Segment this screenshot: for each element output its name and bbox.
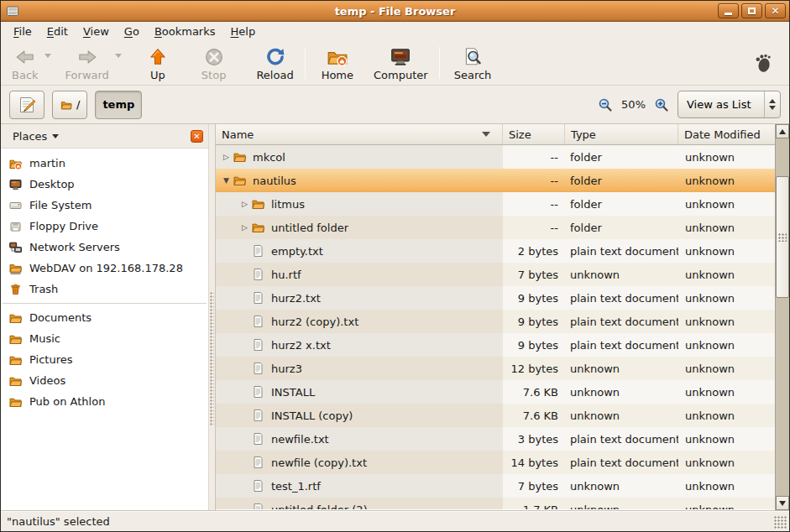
text-file-icon xyxy=(251,432,266,446)
minimize-button[interactable] xyxy=(718,3,739,18)
scrollbar-thumb[interactable] xyxy=(776,176,789,298)
gnome-throbber-icon xyxy=(752,52,774,74)
cell-size: 14 bytes xyxy=(503,451,565,474)
forward-history-dropdown-icon[interactable] xyxy=(115,54,122,58)
sidebar-item-label: Pub on Athlon xyxy=(29,395,105,408)
menu-view[interactable]: View xyxy=(76,23,117,39)
zoom-in-button[interactable] xyxy=(654,97,669,112)
table-row[interactable]: hurz2 (copy).txt9 bytesplain text docume… xyxy=(216,310,775,333)
main-area: Places ✕ martinDesktopFile SystemFloppy … xyxy=(1,124,789,510)
cell-name: untitled folder (2) xyxy=(216,498,503,509)
table-row[interactable]: empty.txt2 bytesplain text documentunkno… xyxy=(216,239,775,263)
table-row[interactable]: ▷litmus--folderunknown xyxy=(216,192,775,216)
menu-edit[interactable]: Edit xyxy=(39,23,76,39)
vertical-scrollbar[interactable] xyxy=(775,124,789,510)
places-menu-button[interactable]: Places xyxy=(8,128,64,145)
table-row[interactable]: ▷mkcol--folderunknown xyxy=(216,145,775,169)
text-file-icon xyxy=(251,479,266,493)
text-file-icon xyxy=(251,503,266,509)
sidebar-item-music[interactable]: Music xyxy=(1,328,208,349)
cell-type: unknown xyxy=(565,380,678,404)
forward-button[interactable]: Forward xyxy=(60,43,115,82)
view-mode-select[interactable]: View as List xyxy=(678,91,781,118)
sidebar-item-videos[interactable]: Videos xyxy=(1,370,208,391)
sidebar-item-documents[interactable]: Documents xyxy=(1,307,208,328)
back-button[interactable]: Back xyxy=(6,43,44,82)
table-row[interactable]: hurz312 bytesunknownunknown xyxy=(216,357,775,380)
sidebar-item-label: File System xyxy=(29,199,92,211)
expander-icon[interactable]: ▷ xyxy=(220,145,233,169)
sidebar-item-pictures[interactable]: Pictures xyxy=(1,349,208,370)
column-header-date[interactable]: Date Modified xyxy=(678,124,775,145)
table-row[interactable]: ▷untitled folder--folderunknown xyxy=(216,216,775,239)
maximize-button[interactable] xyxy=(741,3,762,18)
scroll-up-button[interactable] xyxy=(776,124,789,138)
menu-go[interactable]: Go xyxy=(117,23,147,39)
titlebar[interactable]: temp - File Browser ✕ xyxy=(1,1,789,22)
expander-icon[interactable]: ▷ xyxy=(238,192,251,216)
edit-location-button[interactable] xyxy=(9,91,44,119)
places-sidebar: Places ✕ martinDesktopFile SystemFloppy … xyxy=(1,124,208,510)
sidebar-item-file-system[interactable]: File System xyxy=(1,195,208,216)
search-button[interactable]: Search xyxy=(448,43,498,82)
status-text: "nautilus" selected xyxy=(7,515,110,528)
table-row[interactable]: ▼nautilus--folderunknown xyxy=(216,169,775,192)
cell-type: plain text document xyxy=(565,310,678,333)
cell-type: unknown xyxy=(565,263,678,286)
table-row[interactable]: hu.rtf7 bytesunknownunknown xyxy=(216,263,775,286)
table-row[interactable]: hurz2 x.txt9 bytesplain text documentunk… xyxy=(216,333,775,357)
close-button[interactable]: ✕ xyxy=(765,3,786,18)
resize-grip[interactable] xyxy=(774,516,787,529)
table-row[interactable]: hurz2.txt9 bytesplain text documentunkno… xyxy=(216,286,775,310)
cell-name: INSTALL xyxy=(216,380,503,404)
menu-file[interactable]: File xyxy=(6,23,39,39)
sidebar-item-trash[interactable]: Trash xyxy=(1,279,208,300)
text-file-icon xyxy=(251,268,266,281)
column-header-size[interactable]: Size xyxy=(503,124,565,145)
cell-name: hurz2 (copy).txt xyxy=(216,310,503,333)
cell-name: hurz3 xyxy=(216,357,503,380)
list-header: Name Size Type Date Modified xyxy=(216,124,775,145)
cell-date: unknown xyxy=(678,427,775,451)
column-header-type[interactable]: Type xyxy=(565,124,678,145)
path-button-current[interactable]: temp xyxy=(95,91,142,119)
sidebar-close-button[interactable]: ✕ xyxy=(191,130,203,143)
computer-button[interactable]: Computer xyxy=(368,43,434,82)
expander-icon[interactable]: ▼ xyxy=(220,169,233,192)
up-button[interactable]: Up xyxy=(142,43,174,82)
expander-icon[interactable]: ▷ xyxy=(238,216,251,239)
menu-bookmarks[interactable]: Bookmarks xyxy=(147,23,223,39)
column-header-name[interactable]: Name xyxy=(216,124,503,145)
table-row[interactable]: newfile.txt3 bytesplain text documentunk… xyxy=(216,427,775,451)
table-row[interactable]: INSTALL (copy)7.6 KBunknownunknown xyxy=(216,404,775,427)
file-name: hurz2.txt xyxy=(271,292,321,305)
zoom-out-button[interactable] xyxy=(598,97,613,112)
cell-date: unknown xyxy=(678,474,775,498)
sidebar-item-network-servers[interactable]: Network Servers xyxy=(1,237,208,258)
scroll-down-button[interactable] xyxy=(776,496,789,510)
table-row[interactable]: newfile (copy).txt14 bytesplain text doc… xyxy=(216,451,775,474)
menu-help[interactable]: Help xyxy=(223,23,264,39)
pane-splitter[interactable] xyxy=(208,124,216,510)
stop-button[interactable]: Stop xyxy=(196,43,233,82)
path-button-root[interactable]: / xyxy=(52,91,87,119)
table-row[interactable]: INSTALL7.6 KBunknownunknown xyxy=(216,380,775,404)
sidebar-item-pub-on-athlon[interactable]: Pub on Athlon xyxy=(1,391,208,412)
file-name: mkcol xyxy=(253,151,285,164)
sidebar-item-floppy-drive[interactable]: Floppy Drive xyxy=(1,216,208,237)
cell-date: unknown xyxy=(678,310,775,333)
table-row[interactable]: untitled folder (2)1.7 KBunknownunknown xyxy=(216,498,775,509)
back-history-dropdown-icon[interactable] xyxy=(44,54,51,58)
home-button[interactable]: Home xyxy=(316,43,359,82)
cell-size: 7.6 KB xyxy=(503,380,565,404)
reload-button[interactable]: Reload xyxy=(250,43,299,82)
sidebar-item-webdav-on-192-168-178-28[interactable]: WebDAV on 192.168.178.28 xyxy=(1,258,208,279)
window-icon xyxy=(6,4,19,18)
sidebar-item-desktop[interactable]: Desktop xyxy=(1,174,208,195)
table-row[interactable]: test_1.rtf7 bytesunknownunknown xyxy=(216,474,775,498)
edit-location-icon xyxy=(17,95,37,115)
cell-date: unknown xyxy=(678,451,775,474)
sidebar-item-martin[interactable]: martin xyxy=(1,153,208,174)
folder-icon xyxy=(233,174,248,187)
view-mode-spinner-icon xyxy=(764,91,780,117)
